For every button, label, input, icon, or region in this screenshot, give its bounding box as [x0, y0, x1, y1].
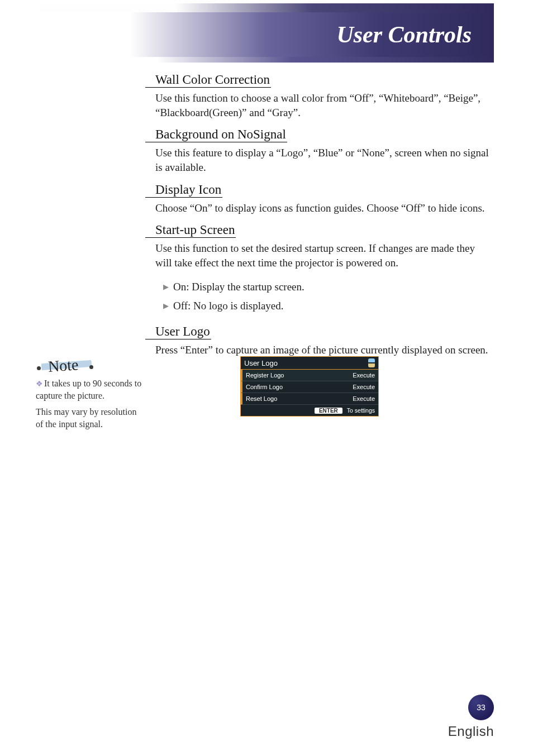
heading-startup: Start-up Screen [145, 223, 236, 238]
note-graphic: Note [36, 356, 97, 372]
startup-bullet-on: ▶ On: Display the startup screen. [163, 280, 493, 294]
heading-user-logo: User Logo [145, 324, 211, 339]
body-display-icon: Choose “On” to display icons as function… [155, 201, 493, 216]
osd-row-register-logo[interactable]: Register Logo Execute [241, 370, 378, 381]
osd-menu-user-logo: User Logo Register Logo Execute Confirm … [240, 356, 379, 417]
diamond-icon: ❖ [36, 380, 43, 388]
triangle-icon: ▶ [163, 283, 169, 291]
body-bg-nosignal: Use this feature to display a “Logo”, “B… [155, 146, 493, 174]
page-header: User Controls [39, 12, 494, 57]
side-note-column: Note ❖It takes up to 90 seconds to captu… [36, 356, 142, 435]
osd-row-label: Register Logo [246, 372, 284, 379]
heading-bg-nosignal: Background on NoSignal [145, 127, 287, 142]
language-label: English [448, 724, 494, 739]
top-accent-bar [39, 3, 494, 12]
startup-bullet-on-text: On: Display the startup screen. [173, 280, 304, 294]
osd-footer-text: To settings [347, 407, 375, 414]
osd-footer: ENTER To settings [241, 405, 378, 416]
note-label: Note [47, 354, 79, 377]
body-wall-color: Use this function to choose a wall color… [155, 91, 493, 119]
page-number-badge: 33 [468, 695, 494, 720]
osd-scroll-icon [368, 358, 375, 367]
heading-wall-color: Wall Color Correction [145, 73, 271, 88]
osd-row-value: Execute [353, 372, 375, 379]
osd-title: User Logo [244, 359, 278, 367]
heading-display-icon: Display Icon [145, 183, 222, 198]
osd-row-value: Execute [353, 384, 375, 390]
page-title: User Controls [336, 21, 472, 48]
startup-bullet-off-text: Off: No logo is displayed. [173, 299, 284, 313]
main-content: Wall Color Correction Use this function … [155, 71, 493, 363]
page-footer: 33 English [448, 695, 494, 739]
body-startup: Use this function to set the desired sta… [155, 241, 493, 270]
body-user-logo: Press “Enter” to capture an image of the… [155, 343, 493, 357]
header-underbar [156, 57, 494, 63]
enter-key-icon: ENTER [315, 408, 342, 414]
triangle-icon: ▶ [163, 302, 169, 310]
startup-bullet-off: ▶ Off: No logo is displayed. [163, 299, 493, 313]
side-note-2: This may vary by resolution of the input… [36, 406, 142, 430]
osd-row-value: Execute [353, 395, 375, 402]
side-note-1: ❖It takes up to 90 seconds to capture th… [36, 377, 142, 401]
osd-row-label: Confirm Logo [246, 384, 283, 390]
osd-titlebar: User Logo [241, 357, 378, 369]
osd-row-label: Reset Logo [246, 395, 277, 402]
osd-row-reset-logo[interactable]: Reset Logo Execute [241, 393, 378, 405]
osd-row-confirm-logo[interactable]: Confirm Logo Execute [241, 381, 378, 393]
